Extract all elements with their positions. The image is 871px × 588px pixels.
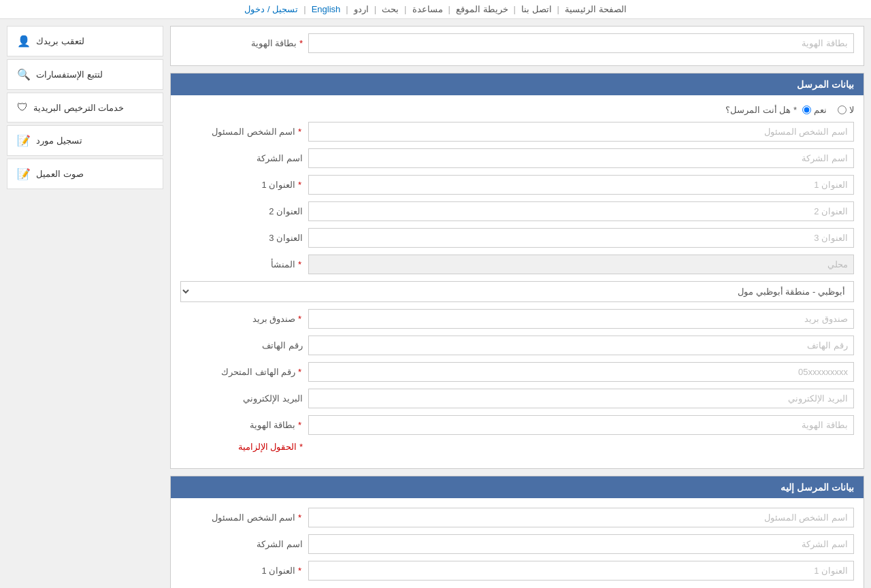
sender-address1-input[interactable] [308,175,854,195]
radio-yes-input[interactable] [802,105,811,114]
nav-help[interactable]: مساعدة [407,4,448,14]
radio-no-option[interactable]: لا [838,105,854,115]
sidebar-customer-voice-label: صوت العميل [36,169,84,179]
sidebar-customer-voice[interactable]: صوت العميل 📝 [7,159,163,189]
sender-city-input[interactable] [308,255,854,274]
sender-idcard-row: * بطاقة الهوية [180,415,854,435]
sender-address3-row: العنوان 3 [180,228,854,248]
sidebar-track-mail[interactable]: لتعقب بريدك 👤 [7,26,163,56]
nav-sitemap[interactable]: خريطة الموقع [450,4,514,14]
sidebar-track-inquiries[interactable]: لتتبع الإستفسارات 🔍 [7,59,163,90]
nav-sep-5: | [374,4,376,14]
is-sender-radio-group: لا نعم [802,105,854,115]
nav-sep-4: | [404,4,406,14]
top-id-req-star: * [299,38,303,48]
edit-icon-voice: 📝 [17,167,31,180]
sender-idcard-input[interactable] [308,415,854,435]
recipient-contact-person-row: * اسم الشخص المسئول [180,508,854,527]
recipient-contact-person-input[interactable] [308,508,854,527]
sender-address2-row: العنوان 2 [180,201,854,221]
recipient-address1-row: * العنوان 1 [180,561,854,581]
person-icon: 👤 [17,35,31,48]
sender-required-note-row: * الحقول الإلزامية [180,442,854,452]
nav-sep-3: | [448,4,450,14]
nav-urdu[interactable]: اردو [348,4,374,14]
top-id-card-label: * بطاقة الهوية [180,38,303,48]
sender-email-input[interactable] [308,389,854,408]
sender-required-note: * الحقول الإلزامية [180,442,303,452]
recipient-section: بيانات المرسل إليه * اسم الشخص المسئول ا… [170,476,864,588]
search-icon: 🔍 [17,68,31,81]
nav-home[interactable]: الصفحة الرئيسية [559,4,632,14]
recipient-company-row: اسم الشركة [180,534,854,554]
nav-login[interactable]: تسجيل / دخول [239,4,303,14]
sender-email-label: البريد الإلكتروني [180,393,303,404]
sidebar-register-vendor[interactable]: تسجيل مورد 📝 [7,125,163,156]
sender-section-header: بيانات المرسل [171,74,864,95]
nav-sep-7: | [303,4,306,14]
sender-pobox-input[interactable] [308,309,854,329]
sender-company-row: اسم الشركة [180,148,854,168]
sender-contact-person-input[interactable] [308,122,854,142]
sender-address1-row: * العنوان 1 [180,175,854,195]
sender-mobile-row: * رقم الهاتف المتحرك [180,362,854,382]
shield-icon: 🛡 [17,101,28,114]
sidebar-track-inquiries-label: لتتبع الإستفسارات [36,69,103,80]
main-content: * بطاقة الهوية بيانات المرسل لا [170,26,864,588]
sender-city-label: * المنشأ [180,259,303,270]
nav-sep-2: | [514,4,516,14]
top-navigation: الصفحة الرئيسية | اتصل بنا | خريطة الموق… [0,0,871,19]
sender-contact-person-row: * اسم الشخص المسئول [180,122,854,142]
nav-english[interactable]: English [306,4,346,14]
sender-section: بيانات المرسل لا نعم [170,73,864,469]
sender-email-row: البريد الإلكتروني [180,389,854,408]
nav-search[interactable]: بحث [376,4,404,14]
sidebar-track-mail-label: لتعقب بريدك [36,36,84,46]
sender-contact-person-label: * اسم الشخص المسئول [180,127,303,137]
nav-sep-1: | [557,4,559,14]
radio-no-input[interactable] [838,105,847,114]
recipient-section-body: * اسم الشخص المسئول اسم الشركة * [171,498,864,588]
radio-yes-option[interactable]: نعم [802,105,827,115]
sender-mobile-label: * رقم الهاتف المتحرك [180,367,303,377]
sender-section-body: لا نعم * هل أنت المرسل؟ [171,95,864,468]
sender-address2-input[interactable] [308,201,854,221]
sender-address1-label: * العنوان 1 [180,180,303,190]
sender-address3-input[interactable] [308,228,854,248]
sender-pobox-label: * صندوق بريد [180,314,303,324]
sender-mobile-input[interactable] [308,362,854,382]
edit-icon-vendor: 📝 [17,134,31,147]
page-wrapper: لتعقب بريدك 👤 لتتبع الإستفسارات 🔍 خدمات … [0,19,871,588]
sender-phone-input[interactable] [308,336,854,355]
recipient-company-input[interactable] [308,534,854,554]
sender-address3-label: العنوان 3 [180,233,303,243]
sender-company-input[interactable] [308,148,854,168]
recipient-address1-input[interactable] [308,561,854,581]
recipient-section-header: بيانات المرسل إليه [171,476,864,498]
sender-pobox-row: * صندوق بريد [180,309,854,329]
sender-phone-label: رقم الهاتف [180,340,303,350]
recipient-company-label: اسم الشركة [180,539,303,549]
is-sender-row: لا نعم * هل أنت المرسل؟ [180,105,854,115]
sidebar-postal-license-label: خدمات الترخيص البريدية [33,103,124,113]
recipient-address1-label: * العنوان 1 [180,566,303,576]
is-sender-label: * هل أنت المرسل؟ [674,105,797,115]
sender-address2-label: العنوان 2 [180,206,303,216]
top-id-section: * بطاقة الهوية [170,26,864,66]
radio-yes-label: نعم [814,105,827,115]
sidebar: لتعقب بريدك 👤 لتتبع الإستفسارات 🔍 خدمات … [7,26,163,588]
nav-sep-6: | [346,4,348,14]
sender-city-row: * المنشأ [180,255,854,274]
sender-region-select[interactable]: أبوظبي - منطقة أبوظبي مول [180,281,854,302]
sender-phone-row: رقم الهاتف [180,336,854,355]
top-id-card-input[interactable] [308,33,854,53]
recipient-contact-person-label: * اسم الشخص المسئول [180,512,303,523]
sidebar-register-vendor-label: تسجيل مورد [36,135,82,146]
sender-idcard-label: * بطاقة الهوية [180,420,303,430]
nav-contact[interactable]: اتصل بنا [516,4,557,14]
radio-no-label: لا [849,105,854,115]
sidebar-postal-license[interactable]: خدمات الترخيص البريدية 🛡 [7,93,163,122]
sender-region-row: أبوظبي - منطقة أبوظبي مول [180,281,854,302]
sender-company-label: اسم الشركة [180,153,303,163]
top-id-row: * بطاقة الهوية [180,33,854,53]
